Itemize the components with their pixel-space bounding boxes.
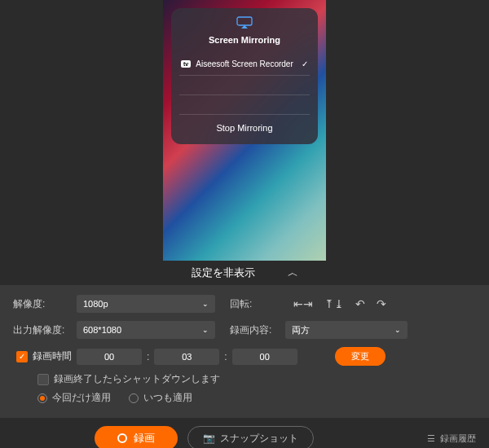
screen-mirroring-panel: Screen Mirroring tv Aiseesoft Screen Rec… [171,8,318,144]
time-seconds-input[interactable] [232,349,297,365]
svg-rect-0 [237,17,252,25]
apply-always-label: いつも適用 [143,391,192,405]
rotate-left-icon[interactable]: ↶ [355,297,365,310]
record-content-label: 録画内容: [230,323,279,337]
record-content-select[interactable]: 両方 ⌄ [285,321,408,339]
camera-icon: 📷 [203,433,215,444]
rotate-right-icon[interactable]: ↷ [377,297,386,310]
time-hours-input[interactable] [77,349,142,365]
resolution-label: 解像度: [13,297,70,311]
change-button[interactable]: 変更 [335,347,385,366]
mirror-device-item[interactable]: tv Aiseesoft Screen Recorder ✓ [179,53,310,76]
record-history-button[interactable]: ☰ 録画履歴 [427,433,476,445]
record-button[interactable]: 録画 [95,426,178,448]
snapshot-button[interactable]: 📷 スナップショット [187,426,314,448]
airplay-icon [179,16,310,32]
record-icon [117,433,127,443]
appletv-icon: tv [181,60,191,68]
output-resolution-label: 出力解像度: [13,323,70,337]
preview-area: Screen Mirroring tv Aiseesoft Screen Rec… [0,0,489,261]
mirror-title: Screen Mirroring [179,35,310,45]
output-resolution-select[interactable]: 608*1080 ⌄ [77,321,215,339]
apply-once-label: 今回だけ適用 [52,391,111,405]
settings-panel: 解像度: 1080p ⌄ 回転: ⇤⇥ ⤒⤓ ↶ ↷ 出力解像度: 608*10… [0,285,489,418]
settings-toggle-bar[interactable]: 設定を非表示 ︿ [0,261,489,285]
apply-always-radio[interactable] [129,393,139,403]
flip-vertical-icon[interactable]: ⤒⤓ [324,297,344,310]
record-time-checkbox[interactable]: ✓ [16,351,28,362]
shutdown-checkbox[interactable] [37,374,49,385]
checkmark-icon: ✓ [302,59,308,68]
flip-horizontal-icon[interactable]: ⇤⇥ [293,297,313,310]
rotation-label: 回転: [230,297,279,311]
apply-once-radio[interactable] [37,393,47,403]
chevron-down-icon: ⌄ [202,326,209,334]
record-time-label: 録画時間 [33,349,72,363]
mirror-device-name: Aiseesoft Screen Recorder [196,59,293,68]
chevron-down-icon: ⌄ [202,300,209,308]
resolution-select[interactable]: 1080p ⌄ [77,295,215,313]
list-icon: ☰ [427,433,435,444]
settings-toggle-label: 設定を非表示 [192,266,255,280]
stop-mirroring-button[interactable]: Stop Mirroring [179,115,310,136]
phone-screen: Screen Mirroring tv Aiseesoft Screen Rec… [163,0,326,261]
chevron-up-icon[interactable]: ︿ [288,266,298,280]
time-minutes-input[interactable] [154,349,219,365]
bottom-toolbar: 録画 📷 スナップショット ☰ 録画履歴 [0,418,489,448]
chevron-down-icon: ⌄ [394,326,401,334]
shutdown-label: 録画終了したらシャットダウンします [54,372,220,386]
